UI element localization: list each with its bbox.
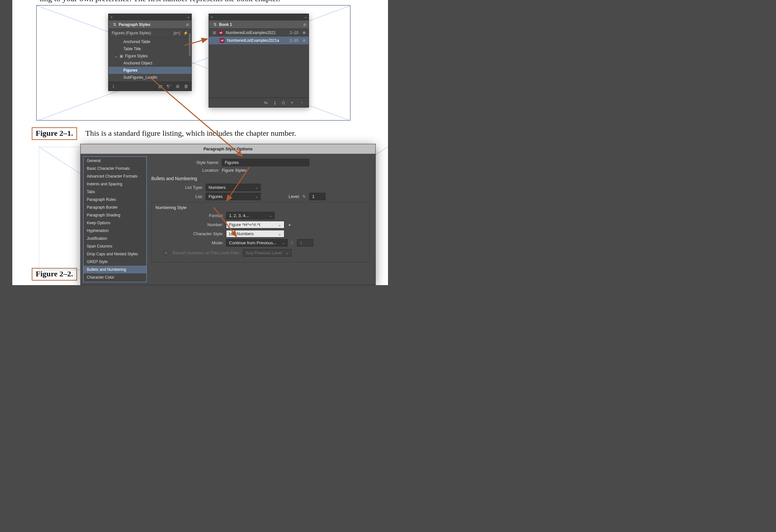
section-title: Bullets and Numbering [151,176,370,181]
restart-label: Restart Numbers at This Level After: [173,250,240,255]
chevron-down-icon: ⌄ [114,54,118,58]
side-item-para-border[interactable]: Paragraph Border [83,203,146,211]
side-item-tabs[interactable]: Tabs [83,188,146,196]
location-label: Location: [151,168,219,173]
print-icon[interactable]: ⎙ [282,100,285,105]
side-item-hyphenation[interactable]: Hyphenation [83,227,146,234]
chevron-down-icon: ⌄ [269,214,272,217]
style-item-table-title[interactable]: Table Title [109,45,191,52]
close-icon[interactable]: × [111,15,113,19]
book-row-2[interactable]: Id NumberedListExamples2021a 2–10 [209,37,309,44]
book-row-1[interactable]: ⊞ Id NumberedListExamples2021 2–10 [209,29,309,37]
group-title: Numbering Style [156,205,365,210]
side-item-span-columns[interactable]: Span Columns [83,242,146,250]
sync-icon[interactable]: ⇆ [264,100,268,105]
mode-select[interactable]: Continue from Previous... ⌄ [226,239,287,246]
chevron-down-icon: ⌄ [255,195,258,198]
side-item-general[interactable]: General [83,157,146,165]
close-icon[interactable]: × [211,15,213,19]
side-item-opentype[interactable]: OpenType Features [83,281,146,282]
panel-menu-icon[interactable]: ≡ [186,22,189,27]
book-panel[interactable]: × « ⇅ Book 1 ≡ ⊞ Id NumberedListExamples… [209,14,309,108]
book-doc-name: NumberedListExamples2021a [227,38,279,43]
override-indicator-icon[interactable]: [a+] [174,31,180,35]
tab-label: Book 1 [219,22,232,27]
list-type-select[interactable]: Numbers ⌄ [206,184,261,191]
style-item-subfigures-leadin[interactable]: SubFigures_LeadIn [109,74,191,81]
body-text: ting to your own preference. The first n… [39,0,280,3]
panel-tabrow: ⇅ Paragraph Styles ≡ [109,20,191,29]
restart-select: Any Previous Level ⌄ [243,249,292,256]
style-item-anchored-table[interactable]: Anchored Table [109,38,191,45]
clear-override-icon[interactable]: ¶⁺ [167,84,171,89]
import-icon[interactable]: ⤹ [112,84,115,89]
quick-apply-icon[interactable]: ⚡ [183,31,188,35]
side-item-bullets-numbering[interactable]: Bullets and Numbering [83,266,146,274]
new-style-icon[interactable]: ⊞ [176,84,179,89]
style-group-figure-styles[interactable]: ⌄ ▣ Figure Styles [109,52,191,60]
paragraph-style-options-dialog[interactable]: Paragraph Style Options General Basic Ch… [80,144,376,285]
dialog-title: Paragraph Style Options [81,144,375,154]
format-select[interactable]: 1, 2, 3, 4... ⌄ [226,212,275,219]
folder-icon: ▣ [120,54,123,58]
side-item-char-color[interactable]: Character Color [83,274,146,281]
stepper-icon[interactable]: ⇅ [303,194,306,199]
select-value: Figures [209,194,222,199]
level-input[interactable] [309,193,326,200]
panel-menu-icon[interactable]: ≡ [303,22,306,27]
indesign-file-icon: Id [220,38,224,43]
side-item-indents[interactable]: Indents and Spacing [83,180,146,188]
scrollbar-thumb[interactable] [189,33,191,56]
panel-titlebar[interactable]: × « [209,14,309,20]
insert-special-icon[interactable]: ▸ [289,222,291,227]
chevron-down-icon: ⌄ [278,231,281,236]
side-item-para-shading[interactable]: Paragraph Shading [83,211,146,219]
restart-checkbox: ✓ [164,251,168,255]
remove-doc-icon[interactable]: － [300,100,304,106]
status-dot-icon [303,31,306,34]
side-item-grep-style[interactable]: GREP Style [83,258,146,266]
tab-paragraph-styles[interactable]: ⇅ Paragraph Styles [111,21,152,28]
current-style-name: Figures (Figure Styles) [112,31,151,35]
side-item-basic-char[interactable]: Basic Character Formats [83,165,146,172]
style-name-input[interactable] [222,159,309,166]
save-icon[interactable]: ⤓ [273,100,277,105]
side-item-justification[interactable]: Justification [83,234,146,242]
folder-icon[interactable]: ▤ [158,84,162,89]
dialog-sidebar: General Basic Character Formats Advanced… [83,157,147,282]
select-value: Numbers [209,185,226,190]
group-label: Figure Styles [125,54,148,58]
add-doc-icon[interactable]: ＋ [290,100,295,106]
side-item-para-rules[interactable]: Paragraph Rules [83,196,146,203]
style-item-anchored-object[interactable]: Anchored Object [109,60,191,67]
char-style-select[interactable]: List Numbers ⌄ [226,230,284,237]
side-item-keep[interactable]: Keep Options [83,219,146,227]
style-source-icon: ⊞ [213,30,216,35]
numbering-style-group: Numbering Style Format: 1, 2, 3, 4... ⌄ … [151,202,370,262]
panel-titlebar[interactable]: × « [109,14,191,20]
book-pages: 2–10 [289,38,298,43]
level-label: Level: [288,194,300,199]
side-item-adv-char[interactable]: Advanced Character Formats [83,172,146,180]
paragraph-styles-panel[interactable]: × « ⇅ Paragraph Styles ≡ Figures (Figure… [108,14,192,91]
figure-label: Figure 2–1. [32,127,77,140]
panel-footer: ⤹ ▤ ¶⁺ ⊞ 🗑 [109,81,191,91]
collapse-icon[interactable]: « [188,15,189,19]
trash-icon[interactable]: 🗑 [184,84,188,89]
tab-book[interactable]: ⇅ Book 1 [211,21,234,28]
tab-label: Paragraph Styles [119,22,150,27]
side-item-drop-caps[interactable]: Drop Caps and Nested Styles [83,250,146,258]
format-label: Format: [156,213,223,218]
select-value: 1, 2, 3, 4... [229,213,249,218]
collapse-icon[interactable]: « [305,15,307,19]
char-style-label: Character Style: [156,231,223,236]
number-combo[interactable]: Figure ^H^=^#.^t ⌄ [226,221,284,228]
chevron-down-icon: ⌄ [255,186,258,189]
list-select[interactable]: Figures ⌄ [206,193,261,200]
figure-caption-2: Figure 2–2. [32,268,77,281]
dialog-main: Style Name: Location: Figure Styles Bull… [149,154,375,285]
stepper-icon: ⇅ [213,22,217,27]
style-item-figures[interactable]: Figures [109,67,191,74]
current-style-row: Figures (Figure Styles) [a+] ⚡ [109,29,191,38]
list-type-label: List Type: [151,185,203,190]
